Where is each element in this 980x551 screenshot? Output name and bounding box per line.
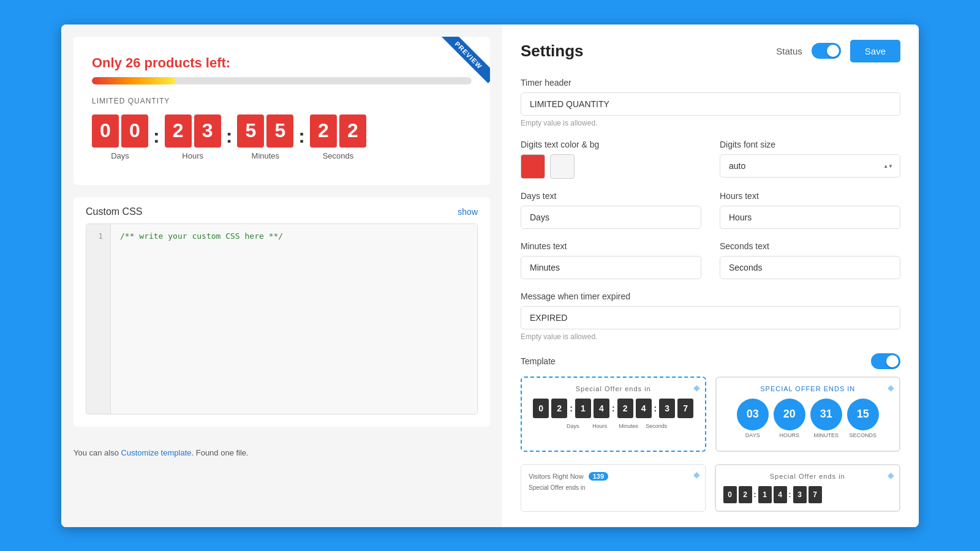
flip-d5: 2 — [617, 399, 633, 418]
countdown-hours-digits: 2 3 — [165, 114, 221, 148]
flip-d7: 3 — [659, 399, 675, 418]
settings-actions: Status Save — [776, 40, 900, 62]
countdown-days-label: Days — [111, 151, 129, 160]
progress-bar-fill — [92, 77, 175, 84]
flip-sep-3: : — [654, 403, 657, 413]
visitors-label: Visitors Right Now — [529, 473, 584, 480]
customize-link[interactable]: Customize template — [121, 448, 192, 457]
minutes-text-input[interactable] — [521, 256, 701, 279]
countdown-seconds-digits: 2 2 — [310, 114, 366, 148]
circle-label-minutes: MINUTES — [814, 432, 839, 438]
template-2-circle-clock: 03 DAYS 20 HOURS 31 MINUTES 15 — [724, 399, 892, 438]
css-show-link[interactable]: show — [458, 207, 478, 217]
preview-ribbon: PREVIEW — [429, 37, 490, 98]
expired-message-hint: Empty value is allowed. — [521, 332, 900, 341]
circle-digit-days: 03 — [737, 399, 769, 430]
hours-text-col: Hours text — [720, 191, 900, 229]
visitors-header: Visitors Right Now 139 — [529, 472, 698, 481]
visitors-diamond: ◆ — [693, 470, 700, 479]
circle-digit-minutes: 31 — [810, 399, 842, 430]
seconds-text-col: Seconds text — [720, 241, 900, 279]
days-text-input[interactable] — [521, 206, 701, 229]
template-cards: ◆ Special Offer ends in 0 2 : 1 4 : 2 4 … — [521, 377, 900, 452]
seconds-text-input[interactable] — [720, 256, 900, 279]
template-card-2[interactable]: ◆ SPECIAL OFFER ENDS IN 03 DAYS 20 HOURS… — [715, 377, 901, 452]
status-label: Status — [776, 46, 802, 56]
status-toggle[interactable] — [812, 43, 841, 59]
circle-digit-hours: 20 — [774, 399, 805, 430]
template-1-flip-clock: 0 2 : 1 4 : 2 4 : 3 7 — [529, 399, 698, 418]
countdown-days-d1: 0 — [92, 114, 119, 148]
customize-prefix: You can also — [74, 448, 121, 457]
countdown-days-d2: 0 — [121, 114, 148, 148]
flip-d1: 0 — [533, 399, 549, 418]
flip-d6: 4 — [636, 399, 652, 418]
template-label: Template — [521, 356, 556, 366]
circle-item-minutes: 31 MINUTES — [810, 399, 842, 438]
countdown-minutes-label: Minutes — [252, 151, 280, 160]
customize-text: You can also Customize template. Found o… — [61, 439, 502, 467]
flip-sep-1: : — [570, 403, 573, 413]
hours-text-label: Hours text — [720, 191, 900, 201]
template-card-bottom[interactable]: ◆ Special Offer ends in 0 2 : 1 4 : 3 7 — [715, 464, 901, 512]
template-1-labels: Days Hours Minutes Seconds — [529, 423, 698, 429]
bottom-templates: ◆ Visitors Right Now 139 Special Offer e… — [521, 464, 900, 512]
color-swatches — [521, 154, 701, 179]
flip-d8: 7 — [677, 399, 693, 418]
css-header: Custom CSS show — [86, 206, 478, 217]
digits-font-size-col: Digits font size auto small medium large — [720, 140, 900, 179]
color-swatch-red[interactable] — [521, 154, 545, 179]
timer-header-hint: Empty value is allowed. — [521, 119, 900, 127]
code-editor-inner: 1 /** write your custom CSS here **/ — [86, 224, 477, 414]
countdown-minutes-digits: 5 5 — [237, 114, 293, 148]
expired-message-input[interactable] — [521, 306, 900, 329]
circle-item-hours: 20 HOURS — [774, 399, 805, 438]
circle-label-seconds: SECONDS — [849, 432, 876, 438]
countdown-hours-d2: 3 — [194, 114, 221, 148]
countdown-seconds-label: Seconds — [323, 151, 354, 160]
visitors-badge: 139 — [589, 472, 608, 481]
separator-3: : — [298, 114, 305, 152]
left-panel: PREVIEW Only 26 products left: LIMITED Q… — [61, 24, 502, 527]
timer-header-input[interactable] — [521, 92, 900, 116]
font-size-select[interactable]: auto small medium large — [720, 154, 900, 178]
code-content[interactable]: /** write your custom CSS here **/ — [111, 224, 477, 414]
bottom-template-diamond: ◆ — [888, 470, 894, 480]
flip-label-sep-1 — [583, 423, 589, 429]
circle-label-hours: HOURS — [779, 432, 799, 438]
timer-header-label: Timer header — [521, 78, 900, 88]
mini-flip-sep-2: : — [789, 490, 791, 499]
circle-item-days: 03 DAYS — [737, 399, 769, 438]
mini-flip-d4: 4 — [774, 486, 787, 503]
flip-d4: 4 — [594, 399, 609, 418]
days-hours-row: Days text Hours text — [521, 191, 900, 229]
flip-label-sep-2 — [610, 423, 616, 429]
digits-font-size-label: Digits font size — [720, 140, 900, 149]
products-header: Only 26 products left: — [92, 55, 472, 71]
countdown-minutes-group: 5 5 Minutes — [237, 114, 293, 160]
countdown-minutes-d1: 5 — [237, 114, 264, 148]
visitors-template[interactable]: ◆ Visitors Right Now 139 Special Offer e… — [521, 464, 706, 512]
template-card-1[interactable]: ◆ Special Offer ends in 0 2 : 1 4 : 2 4 … — [521, 377, 706, 452]
countdown-display: 0 0 Days : 2 3 Hours : — [92, 114, 472, 160]
template-header: Template — [521, 353, 900, 369]
template-1-diamond: ◆ — [693, 383, 700, 392]
countdown-days-digits: 0 0 — [92, 114, 148, 148]
color-swatch-white[interactable] — [550, 154, 575, 179]
timer-header-section: Timer header Empty value is allowed. — [521, 78, 900, 127]
expired-message-section: Message when timer expired Empty value i… — [521, 291, 900, 341]
save-button[interactable]: Save — [850, 40, 900, 62]
products-text-before: Only — [92, 55, 126, 70]
hours-text-input[interactable] — [720, 206, 900, 229]
products-text-after: products left: — [141, 55, 231, 70]
css-section: Custom CSS show 1 /** write your custom … — [74, 197, 490, 427]
countdown-minutes-d2: 5 — [266, 114, 293, 148]
minutes-text-col: Minutes text — [521, 241, 701, 279]
template-toggle[interactable] — [871, 353, 900, 369]
mini-flip-d2: 2 — [739, 486, 752, 503]
flip-d3: 1 — [575, 399, 591, 418]
flip-label-sep-3 — [637, 423, 643, 429]
line-numbers: 1 — [86, 224, 111, 414]
preview-section: PREVIEW Only 26 products left: LIMITED Q… — [74, 37, 490, 185]
digits-color-col: Digits text color & bg — [521, 140, 701, 179]
